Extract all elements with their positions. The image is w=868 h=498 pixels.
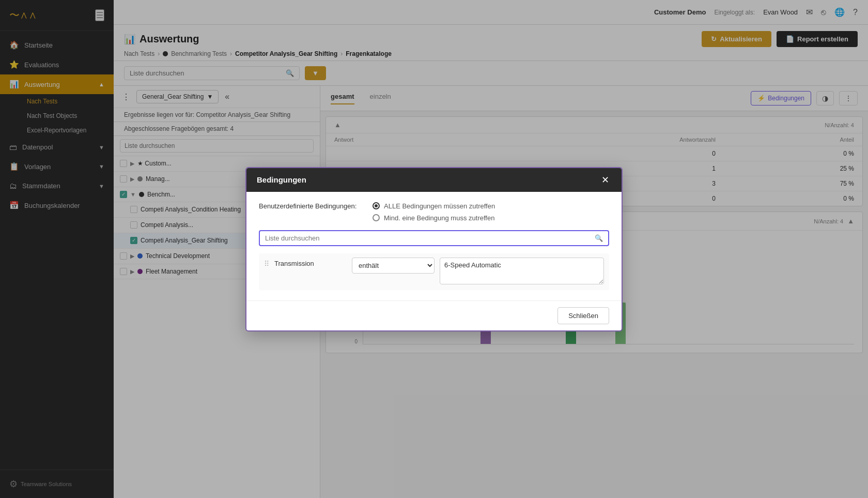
modal-header: Bedingungen ✕	[246, 168, 622, 192]
modal-search-icon: 🔍	[595, 234, 603, 242]
modal-search: 🔍	[259, 230, 609, 246]
bedingungen-modal: Bedingungen ✕ Benutzerdefinierte Bedingu…	[245, 167, 623, 331]
radio-alle[interactable]: ALLE Bedingungen müssen zutreffen	[373, 202, 495, 210]
radio-mind-circle	[373, 214, 380, 221]
modal-close-button[interactable]: ✕	[599, 175, 611, 185]
radio-alle-circle	[373, 202, 380, 209]
radio-alle-label: ALLE Bedingungen müssen zutreffen	[384, 202, 495, 210]
close-modal-button[interactable]: Schließen	[557, 307, 609, 324]
modal-body: Benutzerdefinierte Bedingungen: ALLE Bed…	[246, 192, 622, 300]
modal-search-input[interactable]	[265, 234, 591, 242]
radio-group: ALLE Bedingungen müssen zutreffen Mind. …	[373, 202, 495, 222]
conditions-row: Benutzerdefinierte Bedingungen: ALLE Bed…	[259, 202, 609, 222]
condition-operator: enthält	[352, 258, 435, 274]
modal-title: Bedingungen	[257, 175, 306, 184]
modal-footer: Schließen	[246, 300, 622, 330]
radio-mind[interactable]: Mind. eine Bedingung muss zutreffen	[373, 214, 495, 222]
condition-value-textarea[interactable]: 6-Speed Automatic	[440, 258, 604, 284]
operator-select[interactable]: enthält	[352, 258, 435, 274]
conditions-label: Benutzerdefinierte Bedingungen:	[259, 202, 362, 210]
app-container: 〜∧∧ ☰ 🏠 Startseite ⭐ Evaluations 📊 Auswe…	[0, 0, 868, 498]
condition-row: ⠿ Transmission enthält 6-Speed Automatic	[259, 253, 609, 290]
drag-handle-icon[interactable]: ⠿	[264, 260, 269, 268]
modal-overlay: Bedingungen ✕ Benutzerdefinierte Bedingu…	[0, 0, 868, 498]
condition-value: 6-Speed Automatic	[440, 258, 604, 286]
condition-field-label: Transmission	[274, 258, 347, 267]
radio-mind-label: Mind. eine Bedingung muss zutreffen	[384, 214, 494, 222]
